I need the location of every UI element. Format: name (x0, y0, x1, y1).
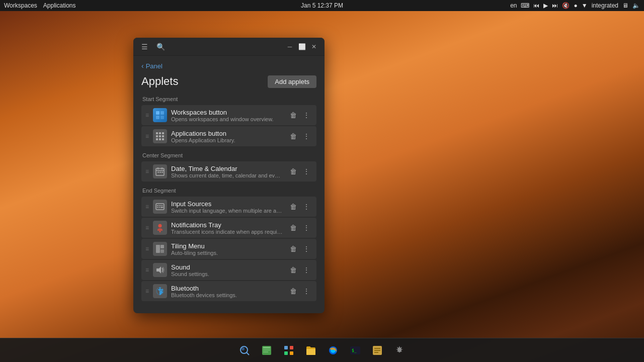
taskbar-firefox[interactable] (323, 340, 343, 360)
svg-rect-20 (156, 204, 164, 210)
display-icon[interactable]: 🖥 (622, 2, 628, 9)
more-options-button[interactable]: ⋮ (300, 285, 312, 297)
svg-rect-31 (160, 245, 164, 248)
svg-rect-26 (159, 207, 160, 208)
media-prev-icon[interactable]: ⏮ (533, 2, 539, 9)
taskbar-files[interactable] (301, 340, 321, 360)
more-options-button[interactable]: ⋮ (300, 243, 312, 255)
more-options-button[interactable]: ⋮ (300, 130, 312, 142)
svg-rect-9 (162, 135, 164, 137)
delete-applet-button[interactable]: 🗑 (287, 222, 299, 234)
svg-rect-43 (290, 346, 293, 349)
speaker-icon[interactable]: 🔈 (632, 2, 640, 9)
drag-handle-icon[interactable]: ≡ (145, 168, 149, 174)
notifications-tray-icon (153, 221, 167, 235)
media-play-icon[interactable]: ▶ (543, 2, 548, 9)
more-options-button[interactable]: ⋮ (300, 165, 312, 177)
breadcrumb-label[interactable]: Panel (146, 62, 163, 70)
drag-handle-icon[interactable]: ≡ (145, 288, 149, 294)
top-panel: Workspaces Applications Jan 5 12:37 PM e… (0, 0, 644, 11)
svg-rect-8 (159, 135, 161, 137)
applet-name: Workspaces button (171, 109, 283, 116)
delete-applet-button[interactable]: 🗑 (287, 165, 299, 177)
drag-handle-icon[interactable]: ≡ (145, 112, 149, 118)
workspaces-button-info: Workspaces button Opens workspaces and w… (171, 109, 283, 122)
applet-name: Notifications Tray (171, 221, 283, 229)
drag-handle-icon[interactable]: ≡ (145, 204, 149, 210)
applet-desc: Sound settings. (171, 271, 283, 277)
applet-actions: 🗑 ⋮ (287, 264, 312, 276)
hamburger-menu-button[interactable]: ☰ (138, 41, 150, 53)
svg-rect-45 (290, 351, 293, 355)
svg-rect-12 (162, 138, 164, 140)
applet-name: Date, Time & Calendar (171, 165, 283, 172)
volume-icon[interactable]: 🔇 (562, 2, 570, 9)
applet-item: ≡ Notifications Tray Translucent icons i… (141, 218, 316, 238)
svg-rect-22 (159, 205, 160, 206)
applet-item: ≡ Input Sources Switch inpu (141, 197, 316, 217)
window-controls: ─ ⬜ ✕ (284, 41, 319, 52)
window-content: ‹ Panel Applets Add applets Start Segmen… (133, 56, 325, 313)
taskbar-app-grid[interactable] (279, 340, 299, 360)
add-applets-button[interactable]: Add applets (268, 75, 316, 88)
taskbar-sticky-notes[interactable] (257, 340, 277, 360)
svg-rect-21 (157, 205, 158, 206)
start-segment-label: Start Segment (141, 96, 316, 102)
more-options-button[interactable]: ⋮ (300, 201, 312, 213)
applet-name: Applications button (171, 130, 283, 137)
svg-rect-10 (156, 138, 158, 140)
keyboard-icon[interactable]: ⌨ (521, 2, 529, 9)
page-title: Applets (141, 75, 178, 88)
svg-marker-33 (156, 266, 161, 274)
taskbar-settings[interactable] (389, 340, 410, 360)
svg-rect-5 (159, 132, 161, 134)
svg-point-37 (242, 347, 245, 350)
panel-clock[interactable]: Jan 5 12:37 PM (301, 2, 343, 9)
bluetooth-status-icon[interactable]: ● (574, 2, 577, 9)
more-options-button[interactable]: ⋮ (300, 264, 312, 276)
delete-applet-button[interactable]: 🗑 (287, 201, 299, 213)
input-source-indicator[interactable]: en (510, 2, 517, 9)
delete-applet-button[interactable]: 🗑 (287, 285, 299, 297)
delete-applet-button[interactable]: 🗑 (287, 264, 299, 276)
minimize-button[interactable]: ─ (284, 41, 295, 52)
media-next-icon[interactable]: ⏭ (552, 2, 558, 9)
delete-applet-button[interactable]: 🗑 (287, 109, 299, 121)
applications-menu[interactable]: Applications (43, 2, 76, 9)
svg-rect-4 (156, 132, 158, 134)
applet-item: ≡ Sound Sound settings. 🗑 ⋮ (141, 260, 316, 280)
maximize-button[interactable]: ⬜ (296, 41, 307, 52)
network-icon[interactable]: ▼ (582, 2, 588, 9)
delete-applet-button[interactable]: 🗑 (287, 243, 299, 255)
close-button[interactable]: ✕ (308, 41, 319, 52)
back-arrow-icon: ‹ (141, 62, 144, 70)
taskbar-search[interactable] (234, 340, 255, 360)
svg-rect-6 (162, 132, 164, 134)
applications-button-info: Applications button Opens Application Li… (171, 130, 283, 143)
more-options-button[interactable]: ⋮ (300, 222, 312, 234)
search-button[interactable]: 🔍 (154, 41, 167, 53)
applets-window: ☰ 🔍 ─ ⬜ ✕ ‹ Panel Applets Add applets St… (133, 38, 325, 313)
applet-name: Bluetooth (171, 285, 283, 292)
drag-handle-icon[interactable]: ≡ (145, 246, 149, 252)
more-options-button[interactable]: ⋮ (300, 109, 312, 121)
svg-rect-40 (263, 349, 270, 350)
delete-applet-button[interactable]: 🗑 (287, 130, 299, 142)
sound-icon (153, 263, 167, 277)
tiling-menu-info: Tiling Menu Auto-tiling settings. (171, 242, 283, 256)
taskbar-terminal[interactable]: $_ (345, 340, 365, 360)
applet-item: ≡ Workspaces button Opens workspaces and… (141, 105, 316, 125)
drag-handle-icon[interactable]: ≡ (145, 267, 149, 273)
input-sources-info: Input Sources Switch input language, whe… (171, 200, 283, 214)
workspaces-menu[interactable]: Workspaces (4, 2, 37, 9)
gpu-indicator[interactable]: integrated (592, 2, 618, 9)
drag-handle-icon[interactable]: ≡ (145, 133, 149, 139)
taskbar-notes[interactable] (367, 340, 387, 360)
svg-rect-30 (156, 245, 160, 253)
drag-handle-icon[interactable]: ≡ (145, 225, 149, 231)
svg-line-36 (247, 352, 249, 355)
svg-rect-3 (160, 116, 164, 119)
applet-actions: 🗑 ⋮ (287, 130, 312, 142)
end-segment-label: End Segment (141, 188, 316, 194)
breadcrumb[interactable]: ‹ Panel (141, 62, 316, 70)
